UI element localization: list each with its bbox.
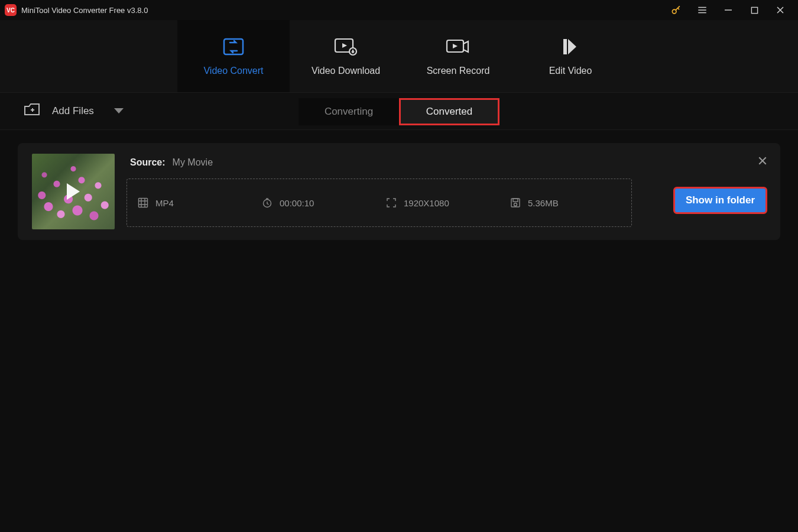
- edit-video-icon: [560, 36, 581, 57]
- window-title: MiniTool Video Converter Free v3.8.0: [21, 6, 148, 15]
- info-duration: 00:00:10: [262, 197, 386, 208]
- remove-item-button[interactable]: [758, 156, 767, 168]
- tab-video-convert-label: Video Convert: [203, 66, 263, 76]
- segment-converting[interactable]: Converting: [299, 98, 399, 125]
- info-size: 5.36MB: [510, 197, 611, 208]
- status-segmented: Converting Converted: [299, 98, 499, 125]
- svg-rect-1: [751, 7, 757, 13]
- card-main: Source: My Movie MP4 00:00:10: [126, 154, 661, 227]
- tab-screen-record-label: Screen Record: [427, 66, 490, 76]
- clock-icon: [262, 197, 273, 208]
- tab-video-download[interactable]: Video Download: [290, 20, 402, 92]
- info-format-value: MP4: [155, 198, 174, 208]
- titlebar: VC MiniTool Video Converter Free v3.8.0: [0, 0, 798, 20]
- info-format: MP4: [138, 197, 262, 208]
- svg-point-10: [514, 203, 517, 206]
- hamburger-menu-icon[interactable]: [689, 1, 715, 20]
- add-files-label: Add Files: [52, 105, 94, 117]
- tab-edit-video-label: Edit Video: [549, 66, 592, 76]
- app-logo-icon: VC: [5, 4, 17, 16]
- tab-edit-video[interactable]: Edit Video: [514, 20, 627, 92]
- record-icon: [445, 36, 472, 57]
- segment-converted-label: Converted: [426, 106, 472, 118]
- converted-item-card: Source: My Movie MP4 00:00:10: [18, 143, 780, 240]
- minimize-button[interactable]: [715, 1, 741, 20]
- resolution-icon: [386, 197, 397, 208]
- tab-screen-record[interactable]: Screen Record: [402, 20, 514, 92]
- play-icon: [67, 183, 80, 200]
- toolbar: Add Files Converting Converted: [0, 92, 798, 130]
- source-row: Source: My Movie: [130, 157, 661, 168]
- svg-rect-6: [139, 199, 148, 207]
- segment-converted[interactable]: Converted: [399, 98, 499, 125]
- segment-converting-label: Converting: [325, 106, 373, 118]
- tab-video-convert[interactable]: Video Convert: [177, 20, 290, 92]
- info-size-value: 5.36MB: [528, 198, 559, 208]
- format-icon: [138, 197, 148, 208]
- add-files-button[interactable]: Add Files: [0, 93, 124, 129]
- source-label: Source:: [130, 157, 166, 168]
- info-resolution-value: 1920X1080: [404, 198, 449, 208]
- info-box: MP4 00:00:10 1920X1080: [126, 179, 632, 227]
- info-duration-value: 00:00:10: [280, 198, 314, 208]
- card-right-col: Show in folder: [673, 154, 767, 214]
- disk-icon: [510, 197, 521, 208]
- show-in-folder-button[interactable]: Show in folder: [673, 187, 767, 214]
- tab-video-download-label: Video Download: [312, 66, 380, 76]
- video-thumbnail[interactable]: [32, 154, 115, 229]
- svg-rect-9: [513, 199, 518, 202]
- activate-key-icon[interactable]: [663, 1, 689, 20]
- main-navbar: Video Convert Video Download Screen Reco…: [0, 20, 798, 92]
- maximize-button[interactable]: [741, 1, 767, 20]
- download-icon: [333, 36, 359, 57]
- show-in-folder-label: Show in folder: [686, 194, 755, 206]
- close-button[interactable]: [767, 1, 793, 20]
- add-folder-icon: [24, 103, 40, 120]
- svg-rect-2: [224, 39, 243, 54]
- chevron-down-icon: [114, 105, 124, 117]
- info-resolution: 1920X1080: [386, 197, 510, 208]
- source-value: My Movie: [173, 157, 213, 168]
- convert-icon: [222, 36, 245, 57]
- content-area: Source: My Movie MP4 00:00:10: [0, 130, 798, 253]
